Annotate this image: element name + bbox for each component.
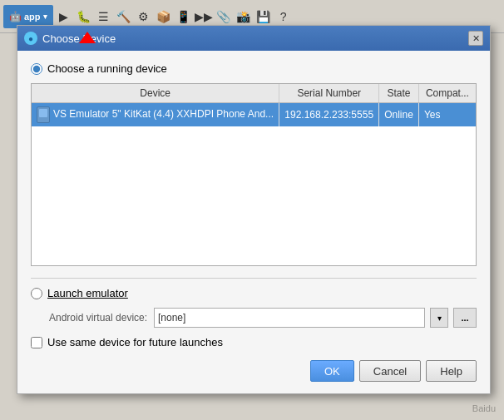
launch-emulator-radio[interactable]: [31, 288, 42, 299]
device-table-container: Device Serial Number State Compat... VS …: [31, 83, 477, 266]
table-header: Device Serial Number State Compat...: [32, 84, 476, 103]
state-cell: Online: [379, 103, 419, 127]
launch-emulator-label: Launch emulator: [47, 287, 128, 299]
more-icon: ...: [461, 313, 468, 323]
col-state: State: [379, 84, 419, 103]
launch-emulator-option[interactable]: Launch emulator: [31, 287, 477, 299]
avd-label: Android virtual device:: [49, 312, 149, 324]
watermark: Baidu: [472, 403, 496, 413]
help-button[interactable]: ?: [274, 7, 293, 26]
ok-button[interactable]: OK: [310, 360, 354, 382]
running-device-radio[interactable]: [31, 63, 42, 75]
col-device: Device: [32, 84, 279, 103]
compat-cell: Yes: [418, 103, 476, 127]
section-divider: [31, 278, 477, 279]
sdk-button[interactable]: 📦: [155, 7, 173, 26]
cancel-button[interactable]: Cancel: [359, 360, 421, 382]
table-body: VS Emulator 5" KitKat (4.4) XXHDPI Phone…: [32, 103, 476, 127]
same-device-label: Use same device for future launches: [47, 336, 223, 348]
profile-button[interactable]: ▶▶: [195, 7, 213, 26]
titlebar-left: ● Choose Device: [24, 32, 116, 45]
capture-button[interactable]: 📸: [235, 7, 253, 26]
coverage-button[interactable]: ☰: [95, 7, 113, 26]
dialog-button-row: OK Cancel Help: [31, 360, 477, 382]
debug-button[interactable]: 🐛: [75, 7, 93, 26]
memory-button[interactable]: 💾: [254, 7, 273, 26]
avd-row: Android virtual device: ▾ ...: [31, 308, 477, 328]
choose-device-dialog: ● Choose Device ✕ Choose a running devic…: [17, 25, 491, 394]
dialog-icon: ●: [24, 32, 37, 45]
avd-dropdown-button[interactable]: ▾: [430, 308, 448, 328]
red-arrow-indicator: [79, 32, 96, 43]
same-device-checkbox-row[interactable]: Use same device for future launches: [31, 336, 477, 348]
col-compat: Compat...: [418, 84, 476, 103]
running-device-option[interactable]: Choose a running device: [31, 62, 477, 75]
sync-button[interactable]: ⚙: [135, 7, 153, 26]
app-label: app: [24, 12, 41, 22]
avd-more-button[interactable]: ...: [453, 308, 477, 328]
run-button[interactable]: ▶: [55, 7, 73, 26]
attach-button[interactable]: 📎: [215, 7, 233, 26]
close-button[interactable]: ✕: [468, 31, 483, 46]
running-device-label: Choose a running device: [47, 62, 167, 75]
same-device-checkbox[interactable]: [31, 337, 42, 348]
device-icon: [37, 106, 50, 123]
app-dropdown-arrow: ▾: [43, 12, 47, 21]
serial-cell: 192.168.2.233:5555: [279, 103, 379, 127]
chevron-down-icon: ▾: [437, 314, 442, 323]
table-row[interactable]: VS Emulator 5" KitKat (4.4) XXHDPI Phone…: [32, 103, 476, 127]
col-serial: Serial Number: [279, 84, 379, 103]
avd-button[interactable]: 📱: [175, 7, 193, 26]
close-icon: ✕: [472, 33, 480, 44]
device-cell: VS Emulator 5" KitKat (4.4) XXHDPI Phone…: [32, 103, 279, 127]
build-button[interactable]: 🔨: [115, 7, 133, 26]
avd-input[interactable]: [154, 308, 425, 328]
device-table: Device Serial Number State Compat... VS …: [32, 84, 476, 126]
help-button[interactable]: Help: [426, 360, 477, 382]
dialog-body: Choose a running device Device Serial Nu…: [17, 51, 490, 393]
launch-emulator-section: Launch emulator Android virtual device: …: [31, 287, 477, 328]
android-icon: 🤖: [9, 11, 22, 22]
